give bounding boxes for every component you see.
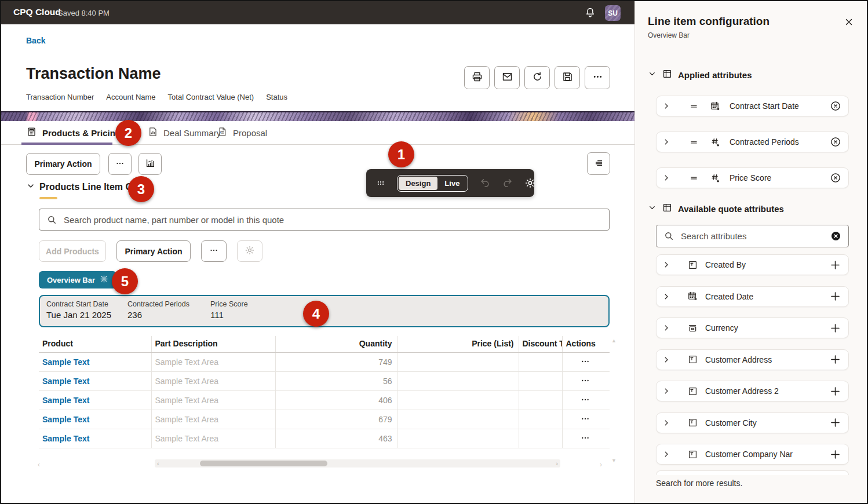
callout-badge-2: 2: [115, 120, 141, 146]
chevron-right-icon[interactable]: [662, 419, 670, 427]
scroll-left-icon[interactable]: ‹: [157, 459, 159, 468]
save-button[interactable]: [555, 66, 580, 89]
chevron-right-icon[interactable]: [662, 387, 670, 395]
discount-cell: [519, 410, 562, 429]
chevron-right-icon[interactable]: [662, 324, 670, 332]
more-actions-button[interactable]: [585, 66, 610, 89]
undo-icon[interactable]: [479, 177, 491, 189]
gear-icon[interactable]: [524, 177, 536, 189]
products-line-item-grid-section[interactable]: Products Line Item Grid: [26, 181, 144, 193]
add-attribute-button[interactable]: [829, 322, 841, 334]
section-title: Available quote attributes: [678, 204, 784, 214]
add-attribute-button[interactable]: [829, 290, 841, 302]
bar-chart-icon: [145, 158, 156, 170]
redo-icon[interactable]: [502, 177, 513, 189]
applied-attribute-card: Contract Start Date: [656, 96, 849, 116]
attribute-search-input[interactable]: [656, 225, 849, 247]
remove-attribute-button[interactable]: [830, 100, 841, 112]
attribute-label: Customer Address: [705, 355, 829, 364]
primary-action-button[interactable]: Primary Action: [116, 240, 191, 262]
row-actions-button[interactable]: [581, 376, 590, 385]
text-icon: [687, 354, 698, 365]
row-actions-button[interactable]: [581, 414, 590, 423]
primary-action-button[interactable]: Primary Action: [26, 153, 100, 175]
quantity-cell: 406: [275, 391, 397, 410]
design-toggle-button[interactable]: Design: [399, 177, 437, 190]
printer-icon: [471, 71, 483, 85]
attribute-label: Contracted Periods: [730, 137, 830, 147]
add-products-button[interactable]: Add Products: [39, 240, 106, 262]
row-actions-button[interactable]: [581, 357, 590, 366]
grid-settings-button[interactable]: [237, 240, 262, 262]
add-attribute-button[interactable]: [829, 385, 841, 397]
chevron-right-icon[interactable]: [662, 293, 670, 301]
tab-deal-summary[interactable]: Deal Summary: [147, 121, 221, 144]
chevron-right-icon[interactable]: [662, 261, 670, 269]
clear-search-icon[interactable]: [830, 231, 841, 242]
avatar-initials: SU: [608, 9, 618, 17]
product-link[interactable]: Sample Text: [42, 357, 89, 367]
refresh-button[interactable]: [524, 66, 550, 89]
close-icon[interactable]: [844, 17, 854, 30]
add-attribute-button[interactable]: [829, 353, 841, 366]
applied-attribute-card: Price Score: [656, 167, 849, 188]
tab-proposal[interactable]: Proposal: [217, 121, 267, 144]
back-link[interactable]: Back: [26, 36, 45, 45]
quantity-cell: 56: [275, 372, 397, 391]
product-link[interactable]: Sample Text: [42, 377, 89, 386]
available-attributes-list: Created By Created Date Currency Custome…: [656, 254, 849, 476]
chart-view-button[interactable]: [138, 153, 162, 175]
product-search-input[interactable]: [39, 209, 610, 231]
add-attribute-button[interactable]: [829, 417, 841, 429]
drag-handle-icon[interactable]: [689, 101, 699, 111]
scroll-up-icon[interactable]: ▲: [611, 338, 617, 344]
page-scroll-right-icon[interactable]: ›: [600, 461, 602, 469]
chevron-right-icon[interactable]: [662, 102, 670, 110]
available-attribute-card: Created Date: [656, 286, 849, 307]
scroll-right-icon[interactable]: ›: [556, 459, 558, 468]
search-icon: [663, 231, 674, 242]
drag-handle-icon[interactable]: [375, 178, 386, 188]
remove-attribute-button[interactable]: [830, 172, 841, 184]
live-toggle-button[interactable]: Live: [437, 177, 466, 190]
remove-attribute-button[interactable]: [830, 136, 841, 148]
line-item-grid: Product Part Description Quantity Price …: [39, 336, 610, 448]
applied-attributes-header[interactable]: Applied attributes: [648, 68, 752, 82]
product-link[interactable]: Sample Text: [42, 415, 89, 424]
price-cell: [397, 391, 519, 410]
drag-handle-icon[interactable]: [689, 173, 699, 183]
chevron-right-icon[interactable]: [662, 450, 670, 458]
decorative-banner: [1, 111, 634, 121]
drag-handle-icon[interactable]: [689, 137, 699, 147]
add-attribute-button[interactable]: [829, 259, 841, 271]
available-attributes-header[interactable]: Available quote attributes: [648, 202, 784, 216]
scroll-down-icon[interactable]: ▼: [611, 458, 617, 463]
page-scroll-left-icon[interactable]: ‹: [38, 461, 40, 469]
chevron-right-icon[interactable]: [662, 356, 670, 364]
available-attribute-card: Created By: [656, 254, 849, 275]
text-icon: [687, 449, 698, 460]
product-link[interactable]: Sample Text: [42, 434, 89, 443]
chart-document-icon: [147, 126, 158, 139]
column-actions: Actions: [562, 336, 610, 353]
horizontal-scrollbar[interactable]: ‹ ›: [155, 459, 560, 468]
product-link[interactable]: Sample Text: [42, 396, 89, 405]
print-button[interactable]: [464, 66, 490, 89]
email-button[interactable]: [494, 66, 520, 89]
scrollbar-thumb[interactable]: [200, 461, 327, 466]
add-attribute-button[interactable]: [829, 448, 841, 461]
more-button[interactable]: [201, 240, 227, 262]
chevron-right-icon[interactable]: [662, 174, 670, 182]
notifications-icon[interactable]: [584, 6, 596, 21]
overview-bar-button[interactable]: Overview Bar: [39, 271, 116, 288]
more-button[interactable]: [108, 153, 132, 175]
panel-toggle-button[interactable]: [587, 152, 610, 175]
chevron-right-icon[interactable]: [662, 138, 670, 146]
row-actions-button[interactable]: [581, 395, 590, 404]
calendar-icon: [710, 101, 721, 112]
tab-products-pricing[interactable]: Products & Pricing: [26, 121, 121, 144]
row-actions-button[interactable]: [581, 433, 590, 443]
user-avatar[interactable]: SU: [605, 5, 621, 21]
header-actions: [464, 66, 610, 89]
calculator-icon: [26, 126, 37, 139]
